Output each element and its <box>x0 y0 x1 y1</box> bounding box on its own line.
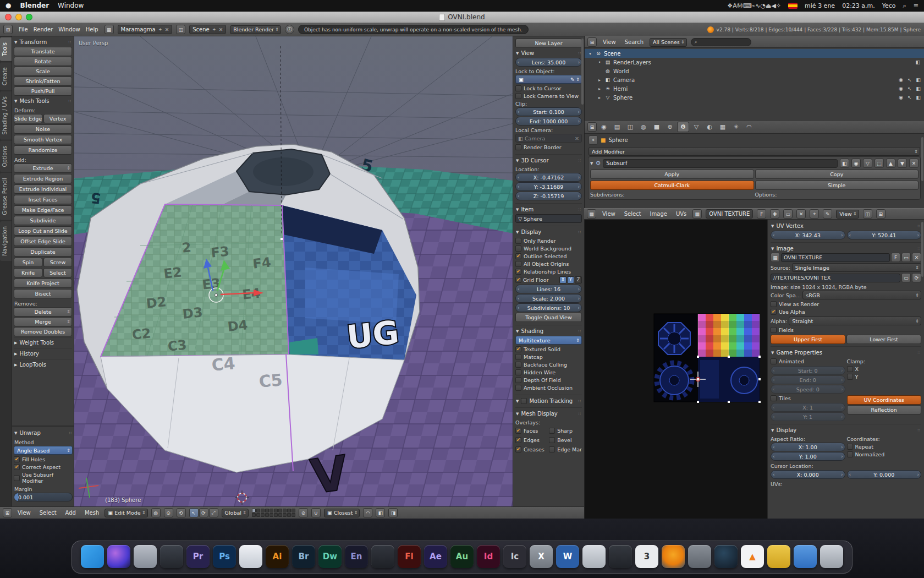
window-menu[interactable]: Window <box>58 2 84 9</box>
menubar-date[interactable]: mié 3 ene <box>805 2 835 9</box>
menu-item[interactable]: Select <box>622 211 644 217</box>
layer-toggle[interactable] <box>261 513 265 517</box>
tool-button[interactable]: Duplicate <box>14 247 72 257</box>
tool-button[interactable]: Inset Faces <box>14 195 72 204</box>
manipulator-translate-icon[interactable]: ↖ <box>189 508 199 517</box>
selectable-icon[interactable]: ↖ <box>908 77 912 83</box>
selectable-icon[interactable]: ↖ <box>908 95 912 100</box>
clamp-x-option[interactable]: X <box>847 366 922 372</box>
reflection-button[interactable]: Reflection <box>847 405 922 415</box>
checkbox[interactable] <box>515 346 521 352</box>
blender-dock-icon[interactable] <box>662 545 685 568</box>
visibility-eye-icon[interactable]: ◉ <box>899 86 903 91</box>
tool-button[interactable]: Offset Edge Slide <box>14 237 72 246</box>
render-toggle-icon[interactable]: ◧ <box>915 59 921 65</box>
repeat-option[interactable]: Repeat <box>847 444 922 450</box>
blue-app-icon[interactable] <box>794 545 817 568</box>
tiles-option[interactable]: Tiles <box>771 395 845 401</box>
tool-button[interactable]: Push/Pull <box>14 86 72 96</box>
cursor-y-field[interactable]: Y: -3.11689 <box>515 182 582 191</box>
display-panel-header[interactable]: ▼Display∷ <box>515 227 582 236</box>
editor-type-icon[interactable]: ⊞ <box>3 508 12 517</box>
orientation-dropdown[interactable]: Global <box>222 509 249 517</box>
modifier-edit-toggle-icon[interactable]: ▽ <box>863 159 872 168</box>
item-name-field[interactable]: ▽Sphere <box>515 214 582 223</box>
tool-shelf-tab[interactable]: Create <box>0 62 12 90</box>
spotlight-search-icon[interactable]: ⌕ <box>903 2 906 9</box>
layer-toggle[interactable] <box>287 513 291 517</box>
game-start-field[interactable]: Start: 0 <box>771 366 845 375</box>
scene-delete-icon[interactable]: ✕ <box>219 27 223 32</box>
catmull-clark-button[interactable]: Catmull-Clark <box>590 181 754 190</box>
menu-item[interactable]: Image <box>648 211 669 217</box>
tool-button[interactable]: Subdivide <box>14 216 72 225</box>
editor-type-icon[interactable]: ⊞ <box>587 37 597 47</box>
image-browse-icon[interactable]: ▦ <box>771 253 780 262</box>
unlink-image-icon[interactable]: ✕ <box>912 253 921 262</box>
encore-icon[interactable]: En <box>345 545 368 568</box>
checkbox-option[interactable]: Depth Of Field <box>515 377 582 383</box>
tool-button[interactable]: Extrude <box>14 163 72 173</box>
visibility-eye-icon[interactable]: ◉ <box>899 95 903 100</box>
constraints-tab[interactable]: ⊕ <box>664 122 676 132</box>
tool-shelf-tab[interactable]: Shading / UVs <box>0 91 12 140</box>
modifier-expand-icon[interactable]: ▼ <box>590 161 593 166</box>
manipulator-scale-icon[interactable]: ⤢ <box>209 508 218 517</box>
tool-button[interactable]: Knife Project <box>14 279 72 288</box>
bluetooth-icon[interactable]: ✧ <box>776 2 781 9</box>
checkbox-option[interactable]: Use Subsurf Modifier <box>14 472 73 484</box>
tool-shelf-tab[interactable]: Tools <box>0 37 12 61</box>
expand-icon[interactable]: ▸ <box>597 86 602 91</box>
tool-button[interactable]: Knife <box>14 268 42 277</box>
checkbox-option[interactable]: Creases <box>515 446 547 452</box>
eyedropper-icon[interactable]: ✎ <box>570 77 575 83</box>
shading-mode-dropdown[interactable]: Multitexture <box>515 336 582 345</box>
checkbox[interactable] <box>771 327 777 333</box>
dark-app-3-icon[interactable] <box>609 545 632 568</box>
editor-type-icon[interactable]: ▦ <box>587 209 596 219</box>
viewport-shading-icon[interactable]: ◍ <box>151 508 161 517</box>
checkbox[interactable] <box>515 93 521 99</box>
checkbox[interactable] <box>515 369 521 375</box>
checkbox[interactable] <box>515 246 521 252</box>
render-layers-tab[interactable]: ▤ <box>611 122 623 132</box>
checkbox[interactable] <box>771 301 777 307</box>
cursor-x-field[interactable]: X: -0.47162 <box>515 173 582 182</box>
add-modifier-dropdown[interactable]: Add Modifier <box>588 147 920 156</box>
browse-file-icon[interactable]: ▭ <box>901 273 911 282</box>
volume-icon[interactable]: ◀ <box>771 2 776 9</box>
particles-tab[interactable]: ✳ <box>730 122 742 132</box>
view-as-render-option[interactable]: View as Render <box>771 301 921 307</box>
tool-button[interactable]: Screw <box>43 258 72 267</box>
tool-button[interactable]: Bisect <box>14 289 72 298</box>
checkbox[interactable] <box>847 366 853 372</box>
aspect-y-field[interactable]: Y: 1.00 <box>771 452 845 461</box>
unlink-image-icon[interactable]: ✕ <box>796 209 806 219</box>
illustrator-icon[interactable]: Ai <box>266 545 289 568</box>
alpha-dropdown[interactable]: Straight <box>789 317 921 325</box>
steam-icon[interactable] <box>714 545 738 568</box>
new-image-icon[interactable]: ✚ <box>770 209 779 219</box>
uv-x-field[interactable]: X: 342.43 <box>771 231 845 239</box>
menu-item[interactable]: File <box>16 26 30 32</box>
dark-app-icon[interactable] <box>160 545 183 568</box>
scene-tab[interactable]: ◫ <box>624 122 636 132</box>
tool-button[interactable]: Merge <box>14 317 72 326</box>
tool-button[interactable]: Spin <box>14 258 42 267</box>
open-image-icon[interactable]: ▭ <box>901 253 911 262</box>
pivot-align-icon[interactable]: ⟲ <box>177 508 186 517</box>
outliner-row[interactable]: ▸ ▽ Sphere ◧ ◉ ↖ ◧ <box>585 93 924 102</box>
editor-type-icon[interactable]: ⊞ <box>3 25 13 34</box>
cursor-x-field[interactable]: X: 0.000 <box>771 470 845 479</box>
menubar-time[interactable]: 02:23 a.m. <box>842 2 875 9</box>
flash-icon[interactable]: Fl <box>398 545 421 568</box>
layer-toggle[interactable] <box>278 509 282 512</box>
image-name-field[interactable]: OVNI TEXTURE <box>706 209 753 219</box>
cursor-y-field[interactable]: Y: 0.000 <box>847 470 922 479</box>
screen-layout-selector[interactable]: Maramagma＋✕ <box>118 25 173 34</box>
item-panel-header[interactable]: ▼Item∷ <box>515 205 582 214</box>
modifier-view-toggle-icon[interactable]: ◉ <box>851 159 861 168</box>
scene-icon[interactable]: ◫ <box>176 25 185 34</box>
new-layer-button[interactable]: New Layer <box>515 39 582 48</box>
dark-app-2-icon[interactable] <box>371 545 394 568</box>
